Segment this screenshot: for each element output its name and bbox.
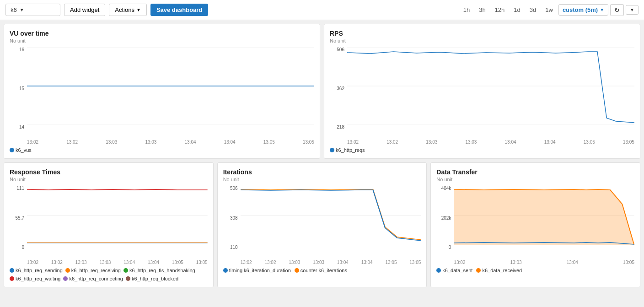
y-labels-iter: 506 308 110: [223, 186, 240, 250]
legend-item-rt-blocked: k6_http_req_blocked: [126, 276, 178, 281]
chart-area-rt: 111 55.7 0: [10, 186, 208, 259]
time-1h-button[interactable]: 1h: [460, 5, 473, 15]
legend-color: [223, 268, 228, 273]
panel-title-rt: Response Times: [10, 168, 208, 176]
settings-dropdown-button[interactable]: ▼: [626, 5, 639, 15]
header: k6 ▼ Add widget Actions ▼ Save dashboard…: [0, 0, 644, 20]
header-left: k6 ▼ Add widget Actions ▼ Save dashboard: [5, 4, 456, 16]
panel-response-times: Response Times No unit 111 55.7 0: [4, 162, 214, 287]
legend-vu: k6_vus: [10, 147, 314, 153]
time-12h-button[interactable]: 12h: [491, 5, 509, 15]
x-labels-rt: 13:02 13:02 13:03 13:03 13:04 13:04 13:0…: [27, 259, 208, 265]
legend-color: [476, 268, 481, 273]
chart-area-iter: 506 308 110: [223, 186, 421, 259]
legend-label: k6_http_req_tls_handshaking: [129, 268, 195, 273]
time-1d-button[interactable]: 1d: [510, 5, 524, 15]
refresh-button[interactable]: ↻: [610, 4, 624, 16]
legend-item-rt-sending: k6_http_req_sending: [10, 268, 63, 273]
header-right: 1h 3h 12h 1d 3d 1w custom (5m) ▼ ↻ ▼: [460, 4, 639, 16]
chart-iter: [241, 186, 421, 245]
panel-title-rps: RPS: [330, 30, 634, 37]
chart-rt: [27, 186, 208, 245]
chevron-down-icon: ▼: [600, 7, 604, 12]
legend-label: k6_data_sent: [442, 268, 472, 273]
panel-unit-rt: No unit: [10, 177, 208, 182]
legend-color: [65, 268, 70, 273]
custom-time-label: custom (5m): [563, 6, 598, 13]
legend-item-rt-receiving: k6_http_req_receiving: [65, 268, 121, 273]
panel-title-iter: Iterations: [223, 168, 421, 176]
legend-item-rt-connecting: k6_http_req_connecting: [63, 276, 123, 281]
datasource-dropdown[interactable]: k6 ▼: [5, 4, 60, 16]
x-labels-vu: 13:02 13:02 13:03 13:03 13:04 13:04 13:0…: [27, 139, 314, 145]
legend-label: k6_http_req_receiving: [71, 268, 121, 273]
chart-rps: [347, 47, 634, 125]
x-labels-dt: 13:02 13:03 13:04 13:05: [454, 259, 634, 265]
panel-rps: RPS No unit 506 362 218 13:02 13:02 13: [324, 24, 640, 159]
y-labels-rt: 111 55.7 0: [10, 186, 26, 250]
legend-iter: timing k6_iteration_duration counter k6_…: [223, 268, 421, 273]
save-dashboard-button[interactable]: Save dashboard: [150, 4, 208, 16]
legend-item-k6httpreqs: k6_http_reqs: [330, 147, 365, 153]
chevron-down-icon: ▼: [630, 7, 634, 12]
panel-unit-rps: No unit: [330, 38, 634, 43]
panel-title-dt: Data Transfer: [436, 168, 634, 176]
actions-button[interactable]: Actions ▼: [109, 4, 147, 16]
legend-label: k6_http_req_waiting: [16, 276, 60, 281]
datasource-label: k6: [11, 6, 17, 13]
legend-color: [126, 276, 130, 281]
legend-item-iter-timing: timing k6_iteration_duration: [223, 268, 291, 273]
legend-item-dt-sent: k6_data_sent: [436, 268, 472, 273]
legend-rps: k6_http_reqs: [330, 147, 634, 153]
panel-vu-over-time: VU over time No unit 16 15 14 13:02 13:0…: [4, 24, 320, 159]
panel-unit-dt: No unit: [436, 177, 634, 182]
panel-unit-vu: No unit: [10, 38, 314, 43]
panel-iterations: Iterations No unit 506 308 110: [217, 162, 427, 287]
legend-label: timing k6_iteration_duration: [229, 268, 291, 273]
dashboard: VU over time No unit 16 15 14 13:02 13:0…: [0, 20, 644, 291]
legend-dt: k6_data_sent k6_data_received: [436, 268, 634, 273]
time-3d-button[interactable]: 3d: [526, 5, 540, 15]
y-labels-rps: 506 362 218: [330, 47, 346, 129]
bottom-row: Response Times No unit 111 55.7 0: [4, 162, 640, 287]
y-labels-vu: 16 15 14: [10, 47, 26, 129]
time-custom-button[interactable]: custom (5m) ▼: [558, 4, 608, 16]
legend-label: k6_http_req_connecting: [69, 276, 123, 281]
panel-data-transfer: Data Transfer No unit 404k 202k 0: [430, 162, 640, 287]
add-widget-button[interactable]: Add widget: [64, 4, 105, 16]
chart-area-rps: 506 362 218: [330, 47, 634, 139]
legend-label: k6_data_received: [482, 268, 522, 273]
x-labels-iter: 13:02 13:02 13:03 13:03 13:04 13:04 13:0…: [241, 259, 421, 265]
legend-item-k6vus: k6_vus: [10, 147, 32, 153]
time-3h-button[interactable]: 3h: [475, 5, 489, 15]
legend-color: [10, 276, 14, 281]
legend-rt: k6_http_req_sending k6_http_req_receivin…: [10, 268, 208, 281]
chart-area-vu: 16 15 14: [10, 47, 314, 139]
legend-label: k6_http_req_blocked: [132, 276, 178, 281]
legend-label-k6httpreqs: k6_http_reqs: [336, 147, 365, 153]
legend-item-dt-received: k6_data_received: [476, 268, 522, 273]
legend-label: k6_http_req_sending: [16, 268, 63, 273]
panel-unit-iter: No unit: [223, 177, 421, 182]
legend-item-rt-waiting: k6_http_req_waiting: [10, 276, 60, 281]
svg-marker-15: [454, 189, 634, 245]
legend-color: [10, 268, 14, 273]
legend-label-k6vus: k6_vus: [16, 147, 32, 153]
save-dashboard-label: Save dashboard: [156, 6, 202, 13]
legend-item-iter-counter: counter k6_iterations: [295, 268, 347, 273]
chart-area-dt: 404k 202k 0: [436, 186, 634, 259]
legend-color: [436, 268, 441, 273]
legend-color: [123, 268, 128, 273]
time-1w-button[interactable]: 1w: [542, 5, 557, 15]
x-labels-rps: 13:02 13:02 13:03 13:03 13:04 13:04 13:0…: [347, 139, 634, 145]
y-labels-dt: 404k 202k 0: [436, 186, 453, 250]
legend-color: [63, 276, 68, 281]
refresh-icon: ↻: [614, 6, 620, 14]
panel-title-vu: VU over time: [10, 30, 314, 37]
legend-color-k6vus: [10, 148, 14, 152]
add-widget-label: Add widget: [70, 6, 99, 13]
actions-label: Actions: [115, 6, 134, 13]
legend-item-rt-tls: k6_http_req_tls_handshaking: [123, 268, 195, 273]
chart-vu: [27, 47, 314, 125]
legend-color: [295, 268, 299, 273]
